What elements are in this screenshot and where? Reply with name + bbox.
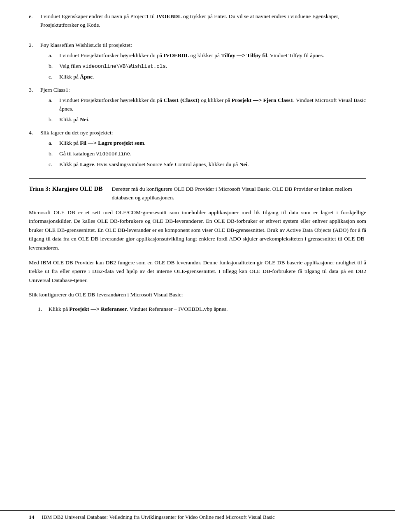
sub-content-3a: I vinduet Prosjektutforsker høyreklikker… bbox=[59, 96, 366, 113]
list-num-e: e. bbox=[29, 12, 40, 30]
sub-item-3b: b. Klikk på Nei. bbox=[49, 116, 366, 124]
body-paragraph-2: Med IBM OLE DB Provider kan DB2 fungere … bbox=[29, 258, 366, 285]
list-content-2: Føy klassefilen Wishlist.cls til prosjek… bbox=[40, 41, 366, 83]
body-paragraph-3: Slik konfigurerer du OLE DB-leverandøren… bbox=[29, 290, 366, 299]
list-num-2: 2. bbox=[29, 41, 40, 83]
list-4-text: Slik lagrer du det nye prosjektet: bbox=[40, 130, 113, 136]
sub-item-3a: a. I vinduet Prosjektutforsker høyreklik… bbox=[49, 96, 366, 113]
main-list: 2. Føy klassefilen Wishlist.cls til pros… bbox=[29, 41, 366, 171]
sub-content-2b: Velg filen videoonline\VB\Wishlist.cls. bbox=[59, 62, 366, 71]
list-num-4: 4. bbox=[29, 129, 40, 171]
top-content: e. I vinduet Egenskaper endrer du navn p… bbox=[29, 12, 366, 30]
list-content-e: I vinduet Egenskaper endrer du navn på P… bbox=[40, 12, 366, 30]
list-item-4: 4. Slik lagrer du det nye prosjektet: a.… bbox=[29, 129, 366, 171]
sub-list-2: a. I vinduet Prosjektutforsker høyreklik… bbox=[49, 51, 366, 81]
page-container: e. I vinduet Egenskaper endrer du navn p… bbox=[0, 0, 395, 532]
section-num-label-1: 1. bbox=[38, 305, 49, 314]
sub-item-2b: b. Velg filen videoonline\VB\Wishlist.cl… bbox=[49, 62, 366, 71]
list-item-2: 2. Føy klassefilen Wishlist.cls til pros… bbox=[29, 41, 366, 83]
sub-label-4a: a. bbox=[49, 139, 59, 148]
section-title: Trinn 3: Klargjøre OLE DB bbox=[29, 185, 102, 193]
sub-item-4b: b. Gå til katalogen videoonline. bbox=[49, 150, 366, 158]
sub-label-3b: b. bbox=[49, 116, 59, 124]
sub-label-2a: a. bbox=[49, 51, 59, 60]
sub-content-2c: Klikk på Åpne. bbox=[59, 73, 366, 81]
list-3-text: Fjern Class1: bbox=[40, 87, 70, 93]
page-footer: 14 IBM DB2 Universal Database: Veilednin… bbox=[0, 510, 395, 520]
section-numbered-list: 1. Klikk på Prosjekt —> Referanser. Vind… bbox=[38, 305, 366, 314]
sub-item-4c: c. Klikk på Lagre. Hvis varslingsvinduet… bbox=[49, 160, 366, 169]
sub-label-4c: c. bbox=[49, 160, 59, 169]
sub-label-3a: a. bbox=[49, 96, 59, 113]
list-content-3: Fjern Class1: a. I vinduet Prosjektutfor… bbox=[40, 86, 366, 126]
section-num-item-1: 1. Klikk på Prosjekt —> Referanser. Vind… bbox=[38, 305, 366, 314]
sub-content-3b: Klikk på Nei. bbox=[59, 116, 366, 124]
section-num-content-1: Klikk på Prosjekt —> Referanser. Vinduet… bbox=[49, 305, 366, 314]
list-2-text: Føy klassefilen Wishlist.cls til prosjek… bbox=[40, 42, 132, 48]
sub-label-4b: b. bbox=[49, 150, 59, 158]
sub-content-4a: Klikk på Fil —> Lagre prosjekt som. bbox=[59, 139, 366, 148]
list-content-4: Slik lagrer du det nye prosjektet: a. Kl… bbox=[40, 129, 366, 171]
list-item-3: 3. Fjern Class1: a. I vinduet Prosjektut… bbox=[29, 86, 366, 126]
sub-content-4b: Gå til katalogen videoonline. bbox=[59, 150, 366, 158]
section-heading: Trinn 3: Klargjøre OLE DB Deretter må du… bbox=[29, 185, 366, 202]
sub-content-2a: I vinduet Prosjektutforsker høyreklikker… bbox=[59, 51, 366, 60]
sub-list-4: a. Klikk på Fil —> Lagre prosjekt som. b… bbox=[49, 139, 366, 169]
footer-text: IBM DB2 Universal Database: Veiledning f… bbox=[42, 514, 275, 520]
list-num-3: 3. bbox=[29, 86, 40, 126]
section-divider bbox=[29, 178, 366, 179]
section-heading-inline: Deretter må du konfigurere OLE DB Provid… bbox=[112, 185, 366, 202]
sub-item-2c: c. Klikk på Åpne. bbox=[49, 73, 366, 81]
sub-content-4c: Klikk på Lagre. Hvis varslingsvinduet So… bbox=[59, 160, 366, 169]
sub-label-2b: b. bbox=[49, 62, 59, 71]
body-paragraph-1: Microsoft OLE DB er et sett med OLE/COM-… bbox=[29, 208, 366, 252]
list-item-e: e. I vinduet Egenskaper endrer du navn p… bbox=[29, 12, 366, 30]
sub-item-4a: a. Klikk på Fil —> Lagre prosjekt som. bbox=[49, 139, 366, 148]
footer-page-number: 14 bbox=[29, 514, 35, 520]
sub-item-2a: a. I vinduet Prosjektutforsker høyreklik… bbox=[49, 51, 366, 60]
sub-label-2c: c. bbox=[49, 73, 59, 81]
sub-list-3: a. I vinduet Prosjektutforsker høyreklik… bbox=[49, 96, 366, 124]
